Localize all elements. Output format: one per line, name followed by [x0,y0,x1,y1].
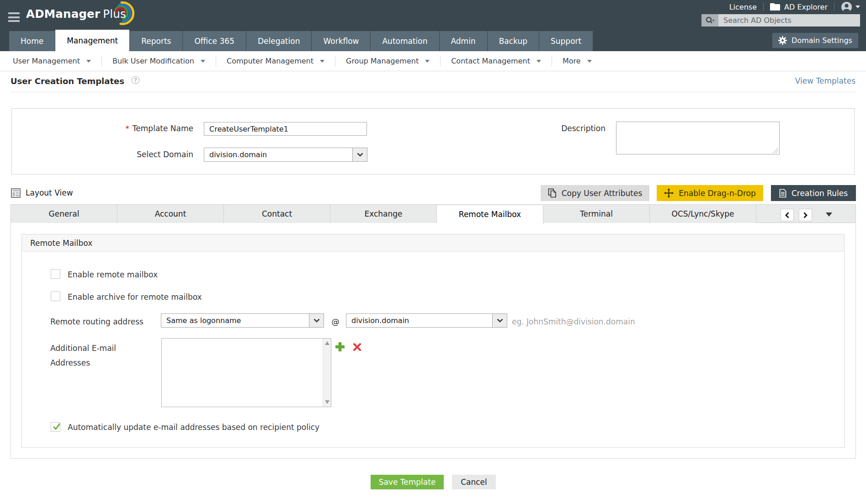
divider [335,56,335,66]
brand-name-light: Plus [103,7,126,21]
view-templates-link[interactable]: View Templates [795,76,855,85]
search-input[interactable] [718,14,860,27]
recipient-policy-label: Automatically update e-mail addresses ba… [68,423,319,432]
chevron-down-icon [86,60,91,63]
at-sign: @ [331,317,340,326]
tab-contact[interactable]: Contact [224,205,330,223]
select-domain-dropdown[interactable]: division.domain [204,148,367,162]
user-account-menu[interactable] [841,1,860,13]
save-template-button[interactable]: Save Template [371,475,444,489]
nav-tab-support[interactable]: Support [539,31,593,51]
nav-tab-delegation[interactable]: Delegation [246,31,312,51]
nav-tab-home[interactable]: Home [9,31,55,51]
creation-rules-button[interactable]: Creation Rules [771,185,856,201]
subnav-label: Computer Management [227,57,313,65]
enable-archive-label: Enable archive for remote mailbox [68,292,202,302]
additional-email-label-line2: Addresses [50,358,90,367]
chevron-down-icon [587,60,592,63]
subnav-user-management[interactable]: User Management [13,57,91,65]
template-section-tabs: General Account Contact Exchange Remote … [11,204,856,223]
dropdown-button[interactable] [309,314,324,327]
hamburger-menu-icon[interactable] [8,12,20,22]
subnav-bulk-user-modification[interactable]: Bulk User Modification [112,57,205,65]
page-title: User Creation Templates [11,76,124,86]
domain-settings-label: Domain Settings [792,36,852,45]
subnav-more[interactable]: More [563,57,592,65]
cancel-button[interactable]: Cancel [452,475,496,489]
gear-icon [778,36,787,45]
management-subnav: User Management Bulk User Modification C… [0,51,866,71]
tab-account[interactable]: Account [117,205,224,223]
routing-domain-dropdown[interactable]: division.domain [346,313,507,328]
divider [763,3,764,11]
template-name-input[interactable] [204,122,367,136]
remote-mailbox-panel: Remote Mailbox Enable remote mailbox Ena… [21,234,845,448]
routing-address-value: Same as logonname [161,314,309,327]
enable-drag-n-drop-label: Enable Drag-n-Drop [679,189,756,198]
tab-content-container: Remote Mailbox Enable remote mailbox Ena… [11,223,856,459]
domain-settings-button[interactable]: Domain Settings [772,33,858,48]
chevron-left-icon [785,212,789,218]
layout-toolbar: Layout View Copy User Attributes [0,185,866,201]
license-link[interactable]: License [729,3,757,11]
creation-rules-label: Creation Rules [792,189,848,198]
additional-email-textarea[interactable] [161,338,331,407]
tabs-scroll-right-button[interactable] [799,209,812,221]
enable-remote-mailbox-checkbox[interactable] [51,269,60,279]
dropdown-button[interactable] [352,148,367,161]
enable-drag-n-drop-button[interactable]: Enable Drag-n-Drop [657,185,763,201]
nav-tab-office-365[interactable]: Office 365 [183,31,245,51]
template-name-label-text: Template Name [133,124,193,133]
tabs-overflow-menu-icon[interactable] [826,212,832,217]
tabs-scroll-left-button[interactable] [781,209,794,221]
additional-email-label-line1: Additional E-mail [50,344,116,353]
subnav-contact-management[interactable]: Contact Management [451,57,541,65]
select-domain-value: division.domain [204,148,352,161]
layout-view-icon [11,188,21,198]
tab-exchange[interactable]: Exchange [330,205,437,223]
scroll-down-icon[interactable] [325,400,329,404]
textarea-scrollbar[interactable] [323,339,331,407]
avatar-icon [841,1,852,13]
tab-ocs-lync-skype[interactable]: OCS/Lync/Skype [650,205,756,223]
nav-tab-reports[interactable]: Reports [130,31,182,51]
chevron-down-icon [357,153,363,157]
nav-tab-automation[interactable]: Automation [371,31,439,51]
ad-explorer-link[interactable]: AD Explorer [770,3,828,11]
tab-terminal[interactable]: Terminal [543,205,650,223]
routing-domain-value: division.domain [346,314,492,327]
chevron-down-icon [313,318,320,323]
remove-email-button[interactable] [353,343,361,351]
subnav-label: Group Management [346,57,419,65]
nav-tab-management[interactable]: Management [55,30,129,51]
routing-address-dropdown[interactable]: Same as logonname [161,313,324,328]
page-title-row: User Creation Templates ? View Templates [11,72,855,92]
tab-general[interactable]: General [11,205,117,223]
recipient-policy-checkbox[interactable] [51,422,60,432]
check-icon [52,422,62,432]
nav-tab-workflow[interactable]: Workflow [312,31,370,51]
nav-tab-admin[interactable]: Admin [440,31,487,51]
chevron-right-icon [803,212,808,218]
dropdown-button[interactable] [492,314,507,327]
chevron-down-icon [537,60,541,63]
divider [101,56,102,66]
subnav-computer-management[interactable]: Computer Management [227,57,324,65]
nav-tab-backup[interactable]: Backup [488,31,539,51]
subnav-label: User Management [13,57,80,65]
scroll-up-icon[interactable] [325,341,329,345]
enable-archive-checkbox[interactable] [51,292,60,301]
remote-routing-address-label: Remote routing address [50,317,143,326]
template-name-label: *Template Name [80,124,193,133]
add-email-button[interactable] [335,342,345,351]
search-scope-button[interactable] [701,14,718,27]
subnav-group-management[interactable]: Group Management [346,57,430,65]
tab-remote-mailbox[interactable]: Remote Mailbox [437,205,543,224]
divider [440,56,441,66]
copy-user-attributes-button[interactable]: Copy User Attributes [541,185,649,201]
help-icon[interactable]: ? [132,76,139,84]
resize-grip[interactable] [772,147,779,154]
document-icon [779,189,786,198]
description-textarea[interactable] [616,122,780,154]
chevron-down-icon [855,5,860,8]
